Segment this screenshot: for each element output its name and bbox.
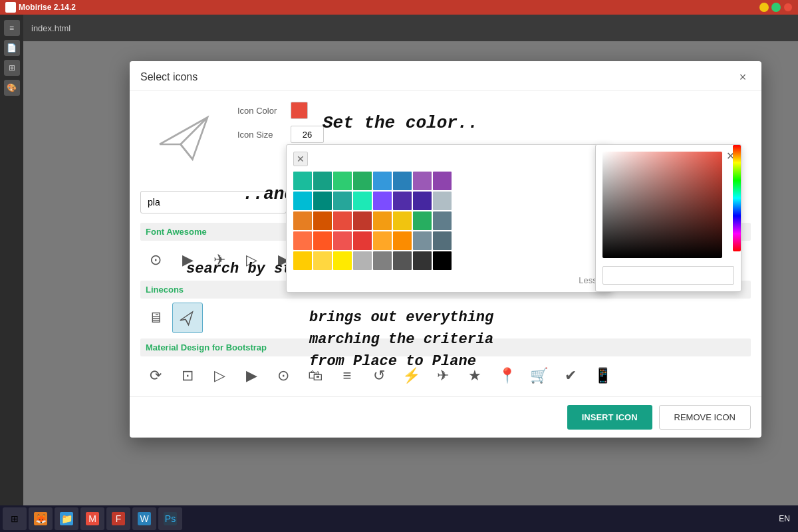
icon-item[interactable]: ⟳ — [140, 360, 171, 391]
icon-item[interactable]: ⊙ — [140, 245, 171, 275]
palette-color-cell[interactable] — [353, 211, 372, 230]
palette-color-cell[interactable] — [373, 211, 392, 230]
palette-color-cell[interactable] — [393, 192, 412, 210]
icon-item[interactable]: ▷ — [236, 245, 267, 275]
palette-color-cell[interactable] — [333, 231, 352, 250]
taskbar-time: EN — [779, 514, 795, 523]
palette-color-cell[interactable] — [433, 211, 452, 230]
sidebar-components-icon[interactable]: ⊞ — [4, 60, 20, 76]
icon-item[interactable]: 📍 — [491, 360, 522, 391]
icon-item[interactable]: ▶ — [236, 360, 267, 391]
palette-color-cell[interactable] — [373, 251, 392, 270]
icon-item[interactable]: ✔ — [555, 360, 586, 391]
maximize-button[interactable] — [771, 3, 781, 12]
taskbar-start[interactable]: ⊞ — [3, 507, 27, 530]
taskbar-firefox[interactable]: 🦊 — [29, 507, 53, 530]
palette-color-cell[interactable] — [313, 251, 332, 270]
taskbar-explorer[interactable]: 📁 — [55, 507, 78, 530]
start-icon: ⊞ — [8, 512, 21, 525]
sidebar-menu-icon[interactable]: ≡ — [4, 20, 20, 36]
taskbar-mobirise[interactable]: M — [80, 507, 104, 530]
icon-item[interactable]: ⊡ — [172, 360, 203, 391]
icon-item[interactable]: 🛍 — [300, 360, 331, 391]
icon-item[interactable]: ✈ — [428, 360, 458, 391]
palette-color-cell[interactable] — [293, 251, 312, 270]
sidebar: ≡ 📄 ⊞ 🎨 — [0, 15, 23, 505]
svg-line-2 — [186, 319, 189, 325]
palette-color-cell[interactable] — [313, 172, 332, 190]
taskbar-photoshop[interactable]: Ps — [158, 507, 182, 530]
icon-item[interactable]: ≡ — [332, 360, 362, 391]
palette-color-cell[interactable] — [433, 192, 452, 210]
palette-color-cell[interactable] — [413, 172, 432, 190]
palette-color-cell[interactable] — [413, 251, 432, 270]
color-palette-popup: ✕ Less < — [286, 144, 612, 293]
palette-color-cell[interactable] — [393, 231, 412, 250]
palette-color-cell[interactable] — [353, 251, 372, 270]
icon-item-selected[interactable] — [172, 303, 203, 333]
app-close-button[interactable] — [783, 3, 793, 12]
palette-color-cell[interactable] — [293, 172, 312, 190]
palette-color-cell[interactable] — [293, 211, 312, 230]
icon-item[interactable]: ⚡ — [396, 360, 426, 391]
palette-color-cell[interactable] — [373, 172, 392, 190]
sidebar-style-icon[interactable]: 🎨 — [4, 80, 20, 96]
icon-item[interactable]: 🖥 — [140, 303, 171, 333]
material-icons: ⟳ ⊡ ▷ ▶ ⊙ 🛍 ≡ ↺ ⚡ ✈ ★ 📍 🛒 ✔ � — [140, 360, 751, 391]
palette-color-cell[interactable] — [413, 211, 432, 230]
size-control-row: Icon Size — [237, 126, 751, 143]
sidebar-pages-icon[interactable]: 📄 — [4, 40, 20, 56]
palette-color-cell[interactable] — [333, 251, 352, 270]
palette-color-cell[interactable] — [433, 251, 452, 270]
icon-item[interactable]: ▷ — [204, 360, 235, 391]
icon-item[interactable]: ★ — [460, 360, 490, 391]
taskbar-filezilla[interactable]: F — [106, 507, 130, 530]
size-input[interactable] — [291, 126, 324, 143]
palette-color-cell[interactable] — [393, 251, 412, 270]
search-input[interactable] — [140, 191, 287, 213]
icon-item[interactable]: ✈ — [204, 245, 235, 275]
color-label: Icon Color — [237, 106, 284, 116]
palette-color-cell[interactable] — [393, 172, 412, 190]
hue-slider[interactable] — [733, 145, 741, 251]
palette-color-cell[interactable] — [293, 231, 312, 250]
hex-color-input[interactable] — [602, 266, 734, 285]
spectrum-picker: ✕ — [595, 144, 741, 292]
modal-close-button[interactable]: × — [735, 69, 751, 85]
palette-color-cell[interactable] — [313, 192, 332, 210]
photoshop-icon: Ps — [164, 512, 177, 525]
icon-item[interactable]: ⊙ — [268, 360, 299, 391]
icon-item[interactable]: 📱 — [587, 360, 618, 391]
palette-color-cell[interactable] — [333, 172, 352, 190]
icon-preview — [140, 102, 227, 175]
palette-color-cell[interactable] — [433, 172, 452, 190]
palette-color-cell[interactable] — [333, 192, 352, 210]
size-label: Icon Size — [237, 130, 284, 140]
taskbar-word[interactable]: W — [132, 507, 156, 530]
palette-color-cell[interactable] — [433, 231, 452, 250]
insert-icon-button[interactable]: INSERT ICON — [567, 405, 652, 430]
palette-color-cell[interactable] — [413, 231, 432, 250]
palette-color-cell[interactable] — [353, 231, 372, 250]
color-popup-close-button[interactable]: ✕ — [293, 152, 308, 166]
spectrum-gradient[interactable] — [602, 152, 722, 258]
palette-color-cell[interactable] — [313, 231, 332, 250]
palette-color-cell[interactable] — [373, 231, 392, 250]
filename: index.html — [31, 23, 70, 33]
palette-color-cell[interactable] — [333, 211, 352, 230]
icon-item[interactable]: ↺ — [364, 360, 394, 391]
icon-item[interactable]: ▶ — [172, 245, 203, 275]
palette-color-cell[interactable] — [373, 192, 392, 210]
palette-color-cell[interactable] — [313, 211, 332, 230]
palette-color-cell[interactable] — [293, 192, 312, 210]
palette-color-cell[interactable] — [353, 192, 372, 210]
controls-area: Icon Color Icon Size — [237, 102, 751, 143]
palette-color-cell[interactable] — [393, 211, 412, 230]
minimize-button[interactable] — [759, 3, 769, 12]
remove-icon-button[interactable]: REMOVE ICON — [659, 405, 751, 430]
explorer-icon: 📁 — [60, 512, 73, 525]
palette-color-cell[interactable] — [413, 192, 432, 210]
palette-color-cell[interactable] — [353, 172, 372, 190]
color-picker-button[interactable] — [291, 102, 308, 119]
icon-item[interactable]: 🛒 — [523, 360, 554, 391]
